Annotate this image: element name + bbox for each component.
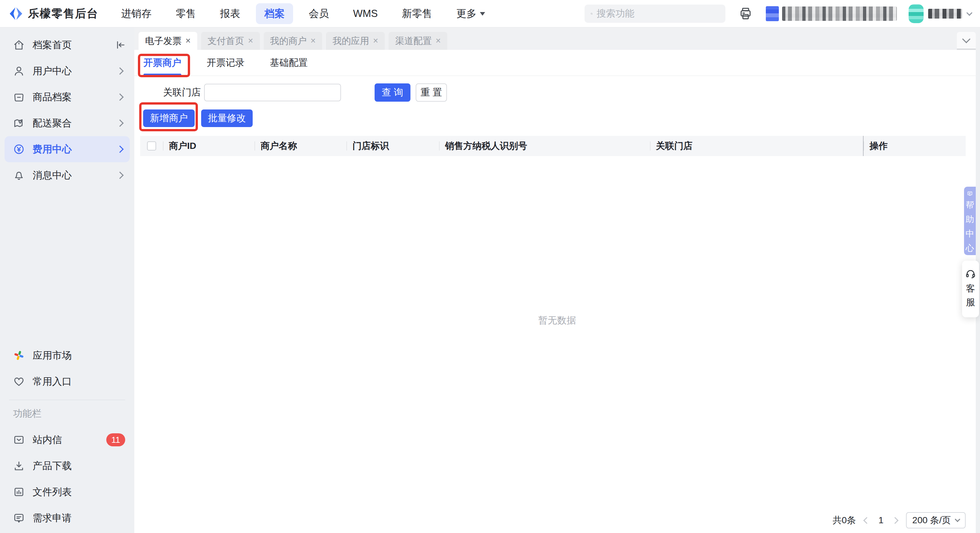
tab-label: 电子发票 (145, 35, 181, 47)
nav-item-inventory[interactable]: 进销存 (113, 3, 160, 24)
close-icon[interactable]: × (436, 36, 441, 46)
next-page-icon[interactable] (892, 517, 899, 523)
sidebar-item-label: 站内信 (33, 433, 62, 447)
file-list-icon (13, 486, 25, 498)
tab-channel-config[interactable]: 渠道配置 × (388, 32, 447, 50)
subtab-invoicing-merchant[interactable]: 开票商户 (143, 50, 181, 76)
close-icon[interactable]: × (311, 36, 316, 46)
account-area[interactable] (766, 4, 972, 23)
tab-my-apps[interactable]: 我的应用 × (326, 32, 385, 50)
tab-list-dropdown-button[interactable] (957, 32, 976, 50)
sidebar-item-request[interactable]: 需求申请 (0, 505, 134, 531)
sidebar-item-app-market[interactable]: 应用市场 (0, 343, 134, 368)
sidebar-item-message-center[interactable]: 消息中心 (0, 162, 134, 188)
subtab-bar: 开票商户 开票记录 基础配置 (134, 50, 980, 76)
search-input[interactable] (597, 8, 719, 19)
sidebar-item-label: 产品下载 (33, 459, 72, 473)
close-icon[interactable]: × (248, 36, 253, 46)
nav-item-retail[interactable]: 零售 (167, 3, 204, 24)
sidebar-item-product-download[interactable]: 产品下载 (0, 453, 134, 479)
total-count: 共0条 (833, 514, 856, 527)
subtab-invoicing-records[interactable]: 开票记录 (207, 50, 245, 76)
sidebar-spacer (0, 188, 134, 343)
col-store-mark: 门店标识 (347, 136, 439, 156)
home-icon (13, 39, 25, 51)
print-icon[interactable] (738, 6, 753, 21)
sidebar-item-favorites[interactable]: 常用入口 (0, 368, 134, 395)
current-page[interactable]: 1 (878, 515, 883, 525)
col-seller-tax-id: 销售方纳税人识别号 (439, 136, 650, 156)
yen-circle-icon (13, 143, 25, 155)
sidebar-item-user-center[interactable]: 用户中心 (0, 58, 134, 84)
page-size-select[interactable]: 200 条/页 (906, 512, 966, 528)
user-icon (13, 65, 25, 77)
close-icon[interactable]: × (373, 36, 378, 46)
sidebar-item-delivery[interactable]: 配送聚合 (0, 110, 134, 136)
sidebar-item-archive-home[interactable]: 档案首页 (0, 32, 134, 58)
app-title: 乐檬零售后台 (28, 6, 99, 21)
sidebar-item-inbox[interactable]: 站内信 11 (0, 427, 134, 453)
username-redacted (928, 9, 962, 19)
related-store-input[interactable] (204, 84, 341, 102)
close-icon[interactable]: × (186, 36, 191, 46)
pinwheel-icon (13, 350, 25, 361)
chevron-down-icon (962, 35, 970, 43)
nav-more-label: 更多 (457, 7, 477, 21)
chevron-right-icon (116, 146, 124, 153)
chevron-right-icon (116, 94, 124, 101)
download-icon (13, 460, 25, 472)
chevron-right-icon (116, 120, 124, 127)
tab-label: 渠道配置 (395, 35, 432, 47)
main-content: 电子发票 × 支付首页 × 我的商户 × 我的应用 × 渠道配置 × 开票商户 … (134, 27, 980, 533)
top-menu: 进销存 零售 报表 档案 会员 WMS 新零售 更多 (113, 3, 493, 24)
nav-item-wms[interactable]: WMS (345, 4, 386, 23)
chevron-down-icon (955, 517, 960, 522)
select-all-cell (140, 136, 163, 156)
sidebar: 档案首页 用户中心 商品档案 配送聚合 费用中心 消息中 (0, 27, 134, 533)
open-tabs-bar: 电子发票 × 支付首页 × 我的商户 × 我的应用 × 渠道配置 × (134, 27, 980, 50)
chevron-down-icon[interactable] (966, 10, 972, 16)
company-name-redacted (782, 6, 897, 21)
sidebar-item-label: 文件列表 (33, 485, 72, 499)
tab-pay-home[interactable]: 支付首页 × (201, 32, 260, 50)
sidebar-item-label: 常用入口 (33, 375, 72, 389)
reset-button[interactable]: 重 置 (416, 83, 447, 102)
query-button[interactable]: 查 询 (375, 83, 410, 102)
add-merchant-button[interactable]: 新增商户 (143, 109, 195, 127)
sidebar-item-expense-center[interactable]: 费用中心 (5, 136, 130, 162)
nav-item-report[interactable]: 报表 (212, 3, 249, 24)
collapse-sidebar-icon[interactable] (115, 40, 126, 51)
chevron-right-icon (116, 67, 124, 75)
sidebar-item-label: 商品档案 (33, 90, 72, 104)
table-body: 暂无数据 (134, 156, 980, 485)
nav-item-archive[interactable]: 档案 (256, 3, 293, 24)
company-icon-redacted (766, 6, 779, 21)
help-center-tab[interactable]: 帮助中心 (964, 187, 976, 255)
tab-label: 我的商户 (270, 35, 307, 47)
sidebar-item-product-archive[interactable]: 商品档案 (0, 84, 134, 110)
tab-my-merchant[interactable]: 我的商户 × (264, 32, 323, 50)
batch-edit-button[interactable]: 批量修改 (201, 109, 253, 127)
envelope-icon (13, 434, 25, 446)
nav-item-member[interactable]: 会员 (300, 3, 337, 24)
comment-icon (13, 512, 25, 524)
nav-item-new-retail[interactable]: 新零售 (393, 3, 441, 24)
subtab-basic-config[interactable]: 基础配置 (270, 50, 308, 76)
product-box-icon (13, 91, 25, 103)
logo-icon (8, 6, 24, 21)
global-search[interactable] (585, 5, 725, 23)
sidebar-item-file-list[interactable]: 文件列表 (0, 479, 134, 505)
table-header: 商户ID 商户名称 门店标识 销售方纳税人识别号 关联门店 操作 (140, 136, 966, 156)
avatar[interactable] (908, 4, 924, 23)
customer-service-tab[interactable]: 客服 (962, 261, 979, 317)
sidebar-item-label: 费用中心 (33, 143, 72, 156)
customer-service-label: 客服 (965, 282, 976, 309)
sidebar-item-label: 配送聚合 (33, 117, 72, 130)
sidebar-item-label: 消息中心 (33, 169, 72, 182)
tab-label: 支付首页 (208, 35, 244, 47)
nav-item-more[interactable]: 更多 (448, 3, 493, 24)
prev-page-icon[interactable] (863, 517, 870, 523)
tab-einvoice[interactable]: 电子发票 × (138, 32, 197, 50)
select-all-checkbox[interactable] (147, 141, 156, 151)
sidebar-item-label: 用户中心 (33, 65, 72, 78)
